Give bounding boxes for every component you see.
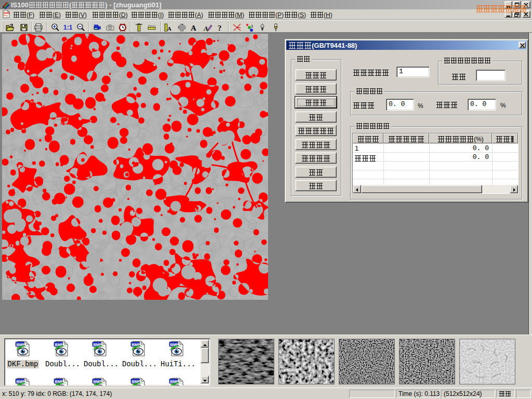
svg-text:3: 3	[251, 24, 253, 28]
svg-text:A: A	[191, 24, 196, 32]
svg-text:A: A	[167, 25, 171, 32]
svg-text:1:1: 1:1	[63, 24, 72, 31]
svg-text:?: ?	[218, 24, 222, 32]
svg-text:DOC: DOC	[4, 11, 10, 15]
